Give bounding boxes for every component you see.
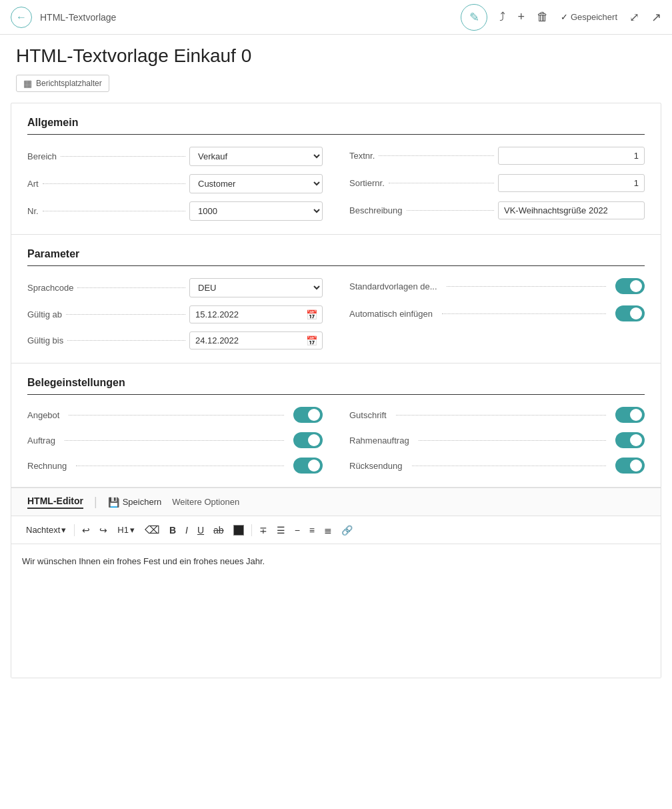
clear-format-icon: ⌫ [145, 524, 160, 536]
link-icon: 🔗 [341, 525, 353, 536]
bereich-label: Bereich [27, 151, 57, 161]
underline-icon: U [197, 525, 204, 536]
parameter-section: Parameter Sprachcode DEU ENG FRA [11, 235, 661, 363]
italic-button[interactable]: I [182, 523, 191, 538]
share-button[interactable]: ⤴ [499, 10, 505, 24]
edit-button[interactable]: ✎ [461, 4, 487, 31]
ruecksendung-toggle[interactable] [615, 458, 645, 474]
heading-label: H1 [117, 525, 129, 535]
auftrag-toggle[interactable] [293, 432, 323, 448]
rechnung-label: Rechnung [27, 461, 67, 471]
style-dropdown[interactable]: Nachtext ▾ [22, 523, 70, 537]
editor-toolbar: Nachtext ▾ ↩ ↪ H1 ▾ ⌫ B [11, 516, 661, 544]
toolbar-sep-2 [251, 524, 252, 536]
ruecksendung-label: Rücksendung [349, 461, 403, 471]
gueltig-bis-label: Gültig bis [27, 335, 63, 345]
nav-title: HTML-Textvorlage [40, 12, 453, 23]
editor-text: Wir wünschen Ihnen ein frohes Fest und e… [22, 556, 265, 566]
automatisch-dots [442, 313, 606, 314]
align-left-button[interactable]: ∓ [256, 523, 271, 538]
gueltig-ab-row: Gültig ab 📅 [27, 305, 323, 323]
editor-more-button[interactable]: Weitere Optionen [172, 497, 239, 507]
content-scroll[interactable]: Allgemein Bereich Verkauf Einkauf Lager [11, 103, 661, 678]
list-ul-button[interactable]: ≡ [306, 523, 318, 538]
bold-button[interactable]: B [166, 523, 179, 538]
gueltig-bis-row: Gültig bis 📅 [27, 331, 323, 349]
delete-button[interactable]: 🗑 [537, 10, 549, 24]
style-label: Nachtext [26, 525, 60, 535]
auftrag-dots [65, 440, 284, 441]
textnr-input[interactable] [498, 147, 645, 165]
rahmenauftrag-row: Rahmenauftrag [349, 432, 645, 448]
ruecksendung-dots [412, 466, 607, 466]
belegeinstellungen-section: Belegeinstellungen Angebot Gutschrift [11, 363, 661, 487]
fullscreen-icon: ↗ [651, 10, 661, 25]
back-button[interactable]: ← [11, 7, 32, 28]
gutschrift-label: Gutschrift [349, 410, 387, 420]
art-dots [43, 183, 185, 184]
expand-button[interactable]: ⤢ [629, 10, 639, 25]
nr-dots [43, 211, 185, 211]
calendar-ab-icon[interactable]: 📅 [306, 309, 317, 320]
fullscreen-button[interactable]: ↗ [651, 10, 661, 25]
strikethrough-icon: ab [213, 525, 224, 536]
undo-button[interactable]: ↩ [79, 523, 93, 538]
bereich-select[interactable]: Verkauf Einkauf Lager [189, 147, 323, 166]
nr-select[interactable]: 1000 1001 [189, 201, 323, 221]
align-right-button[interactable]: − [291, 523, 303, 538]
list-ol-button[interactable]: ≣ [321, 523, 335, 538]
rahmenauftrag-toggle[interactable] [615, 432, 645, 448]
beleg-grid: Angebot Gutschrift [27, 407, 645, 474]
style-chevron-icon: ▾ [61, 525, 66, 535]
color-swatch [233, 525, 244, 536]
editor-tab-html[interactable]: HTML-Editor [27, 496, 83, 509]
textnr-row: Textnr. [349, 147, 645, 166]
sortiernr-label: Sortiernr. [349, 178, 385, 188]
calendar-bis-icon[interactable]: 📅 [306, 335, 317, 346]
redo-button[interactable]: ↪ [96, 523, 111, 538]
editor-content-area[interactable]: Wir wünschen Ihnen ein frohes Fest und e… [11, 544, 661, 678]
heading-dropdown[interactable]: H1 ▾ [113, 523, 139, 537]
nr-row: Nr. 1000 1001 [27, 201, 323, 221]
top-bar: ← HTML-Textvorlage ✎ ⤴ + 🗑 Gespeichert ⤢… [0, 0, 672, 35]
save-icon: 💾 [108, 497, 119, 508]
underline-button[interactable]: U [194, 523, 207, 538]
gutschrift-dots [396, 415, 606, 416]
nav-icons: ✎ ⤴ + 🗑 Gespeichert ⤢ ↗ [461, 4, 661, 31]
align-right-icon: − [295, 525, 300, 536]
editor-save-button[interactable]: 💾 Speichern [108, 497, 162, 508]
toolbar-sep-1 [74, 524, 75, 536]
list-ul-icon: ≡ [309, 525, 315, 536]
color-button[interactable] [230, 523, 247, 538]
strikethrough-button[interactable]: ab [210, 523, 227, 538]
content-area: Allgemein Bereich Verkauf Einkauf Lager [11, 103, 661, 678]
sprachcode-select[interactable]: DEU ENG FRA [189, 278, 323, 297]
angebot-row: Angebot [27, 407, 323, 423]
report-badge-label: Berichtsplatzhalter [36, 79, 102, 88]
standardvorlagen-toggle[interactable] [615, 278, 645, 294]
sortiernr-input[interactable] [498, 174, 645, 192]
art-select[interactable]: Customer Vendor Item [189, 174, 323, 193]
angebot-toggle[interactable] [293, 407, 323, 423]
bereich-row: Bereich Verkauf Einkauf Lager [27, 147, 323, 166]
clear-format-button[interactable]: ⌫ [141, 522, 163, 538]
add-button[interactable]: + [517, 10, 525, 24]
angebot-dots [69, 415, 284, 416]
rechnung-toggle[interactable] [293, 458, 323, 474]
sortiernr-dots [389, 183, 494, 183]
automatisch-toggle[interactable] [615, 305, 645, 321]
gueltig-ab-input[interactable] [189, 305, 323, 323]
back-icon: ← [16, 11, 27, 23]
standardvorlagen-row: Standardvorlagen de... [349, 278, 645, 297]
link-button[interactable]: 🔗 [338, 523, 356, 538]
gueltig-bis-dots [67, 340, 185, 341]
empty-param-cell [349, 331, 645, 349]
align-center-button[interactable]: ☰ [273, 523, 289, 538]
art-label: Art [27, 179, 39, 189]
sortiernr-row: Sortiernr. [349, 174, 645, 193]
align-center-icon: ☰ [277, 525, 285, 536]
beschreibung-input[interactable] [498, 201, 645, 219]
gutschrift-toggle[interactable] [615, 407, 645, 423]
report-badge: ▦ Berichtsplatzhalter [16, 75, 109, 92]
gueltig-bis-input[interactable] [189, 331, 323, 349]
